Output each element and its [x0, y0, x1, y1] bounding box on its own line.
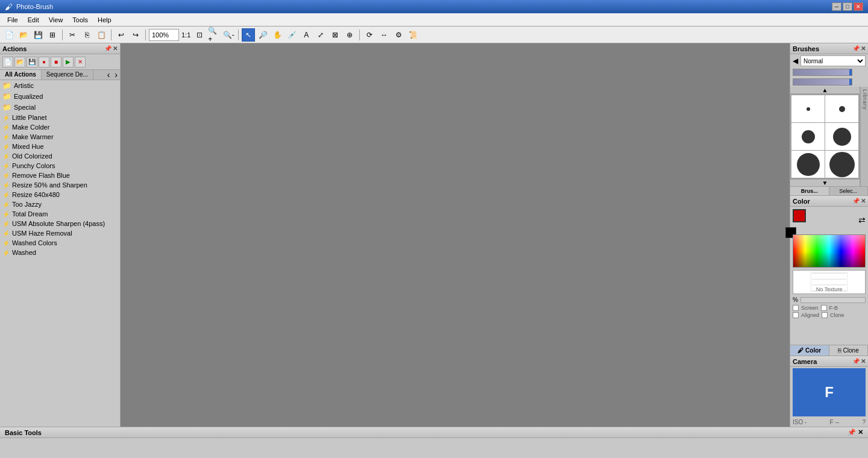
actions-close-button[interactable]: ✕ [113, 45, 118, 52]
action-item-little-planet[interactable]: ⚡ Little Planet [0, 113, 120, 122]
redo-button[interactable]: ↪ [129, 28, 142, 42]
color-spectrum[interactable] [793, 234, 866, 268]
eyedropper-btn[interactable]: 💉 [285, 28, 298, 42]
camera-pin-button[interactable]: 📌 [852, 358, 860, 365]
maximize-button[interactable]: □ [843, 2, 852, 11]
action-item-special[interactable]: 📁 Special [0, 102, 120, 113]
brush-tab-select[interactable]: Selec... [829, 187, 869, 195]
script-btn[interactable]: 📜 [406, 28, 420, 42]
zoom-fit-button[interactable]: ⊡ [193, 28, 206, 42]
actions-nav-right[interactable]: › [112, 70, 120, 80]
action-item-equalized[interactable]: 📁 Equalized [0, 91, 120, 102]
actions-pin-button[interactable]: 📌 [104, 45, 112, 52]
brushes-close-button[interactable]: ✕ [861, 45, 866, 52]
zoom-input[interactable]: 100% [149, 29, 179, 41]
grid-button[interactable]: ⊞ [46, 28, 59, 42]
brush-scroll-up[interactable]: ▲ [790, 87, 860, 94]
extras-btn[interactable]: ⊕ [343, 28, 356, 42]
percent-slider[interactable] [800, 297, 866, 303]
screen-checkbox[interactable] [793, 305, 799, 311]
action-item-make-colder[interactable]: ⚡ Make Colder [0, 122, 120, 132]
zoom-tool-btn[interactable]: 🔎 [256, 28, 269, 42]
new-button[interactable]: 📄 [2, 28, 16, 42]
bottom-close-button[interactable]: ✕ [858, 428, 863, 436]
brush-cell-2[interactable] [825, 95, 858, 122]
camera-close-button[interactable]: ✕ [861, 358, 866, 365]
copy-button[interactable]: ⎘ [80, 28, 93, 42]
clone-checkbox[interactable] [822, 312, 828, 318]
color-swap-arrow[interactable]: ⇄ [858, 215, 866, 225]
save-button[interactable]: 💾 [31, 28, 45, 42]
bottom-pin-button[interactable]: 📌 [848, 428, 856, 436]
settings-btn[interactable]: ⚙ [392, 28, 405, 42]
brush-slider-2[interactable] [793, 78, 852, 86]
brush-cell-5[interactable] [791, 151, 825, 178]
color-close-button[interactable]: ✕ [861, 198, 866, 204]
actions-record-btn[interactable]: ● [39, 57, 49, 67]
actions-stop-btn[interactable]: ■ [51, 57, 61, 67]
action-item-make-warmer[interactable]: ⚡ Make Warmer [0, 132, 120, 142]
action-item-too-jazzy[interactable]: ⚡ Too Jazzy [0, 199, 120, 209]
action-item-artistic[interactable]: 📁 Artistic [0, 80, 120, 91]
transform-btn[interactable]: ⤢ [314, 28, 327, 42]
color-pin-button[interactable]: 📌 [852, 198, 860, 204]
actions-new-btn[interactable]: 📄 [2, 57, 13, 67]
brush-left-arrow[interactable]: ◀ [793, 57, 798, 65]
paste-button[interactable]: 📋 [95, 28, 108, 42]
brush-cell-3[interactable] [791, 123, 825, 150]
rotate-btn[interactable]: ⟳ [363, 28, 376, 42]
arrow-tool-btn[interactable]: ↖ [242, 28, 255, 42]
action-item-washed-colors[interactable]: ⚡ Washed Colors [0, 238, 120, 248]
canvas-area[interactable] [121, 43, 790, 427]
action-item-usm-abs[interactable]: ⚡ USM Absolute Sharpen (4pass) [0, 219, 120, 228]
action-item-old-colorized[interactable]: ⚡ Old Colorized [0, 151, 120, 161]
actions-play-btn[interactable]: ▶ [63, 57, 74, 67]
minimize-button[interactable]: ─ [832, 2, 841, 11]
blend-mode-select[interactable]: Normal Multiply Screen Overlay [800, 55, 866, 66]
brush-cell-6[interactable] [825, 151, 858, 178]
cut-button[interactable]: ✂ [66, 28, 79, 42]
undo-button[interactable]: ↩ [115, 28, 128, 42]
brush-scroll-down[interactable]: ▼ [790, 179, 860, 186]
menu-tools[interactable]: Tools [68, 15, 93, 25]
open-button[interactable]: 📂 [17, 28, 30, 42]
actions-tab-all[interactable]: All Actions [0, 70, 42, 80]
menu-edit[interactable]: Edit [23, 15, 44, 25]
action-item-resize-50[interactable]: ⚡ Resize 50% and Sharpen [0, 180, 120, 190]
brush-slider-1[interactable] [793, 69, 852, 76]
zoom-out-button[interactable]: 🔍- [222, 28, 235, 42]
brushes-pin-button[interactable]: 📌 [852, 45, 860, 52]
action-item-mixed-hue[interactable]: ⚡ Mixed Hue [0, 142, 120, 151]
fb-checkbox[interactable] [821, 305, 827, 311]
aligned-checkbox[interactable] [793, 312, 799, 318]
brush-tab-brushes[interactable]: Brus... [790, 187, 829, 195]
menu-file[interactable]: File [2, 15, 23, 25]
zoom-in-button[interactable]: 🔍+ [207, 28, 221, 42]
actions-open-btn[interactable]: 📂 [14, 57, 25, 67]
clone-tab[interactable]: ⎘ Clone [829, 345, 869, 356]
action-item-remove-flash-blue[interactable]: ⚡ Remove Flash Blue [0, 171, 120, 180]
action-item-washed[interactable]: ⚡ Washed [0, 248, 120, 257]
action-item-usm-haze[interactable]: ⚡ USM Haze Removal [0, 228, 120, 238]
foreground-color-swatch[interactable] [793, 209, 806, 222]
menu-view[interactable]: View [44, 15, 68, 25]
close-button[interactable]: ✕ [854, 2, 863, 11]
actions-save-btn[interactable]: 💾 [27, 57, 37, 67]
texture-area[interactable]: No Texture [793, 270, 866, 294]
percent-row: % [790, 295, 868, 304]
actions-tab-sequence[interactable]: Sequence De... [42, 70, 93, 80]
text-tool-btn[interactable]: A [300, 28, 313, 42]
menu-help[interactable]: Help [93, 15, 116, 25]
hand-tool-btn[interactable]: ✋ [271, 28, 284, 42]
flip-btn[interactable]: ↔ [377, 28, 391, 42]
action-item-total-dream[interactable]: ⚡ Total Dream [0, 209, 120, 219]
actions-delete-btn[interactable]: ✕ [75, 57, 86, 67]
actions-nav-left[interactable]: ‹ [105, 70, 113, 80]
color-tab[interactable]: 🖌 Color [790, 345, 829, 356]
crop-btn[interactable]: ⊠ [329, 28, 342, 42]
brush-cell-1[interactable] [791, 95, 825, 122]
library-tab[interactable]: Library [860, 87, 868, 186]
action-item-punchy-colors[interactable]: ⚡ Punchy Colors [0, 161, 120, 171]
action-item-resize-640[interactable]: ⚡ Resize 640x480 [0, 190, 120, 199]
brush-cell-4[interactable] [825, 123, 858, 150]
